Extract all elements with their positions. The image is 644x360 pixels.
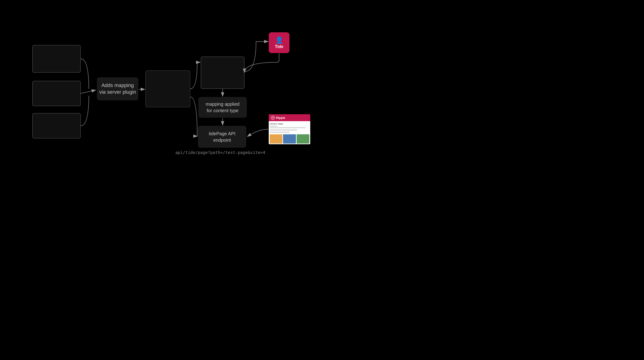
endpoint-label: tidePage APIendpoint [209,130,236,143]
right-top-box [201,57,244,89]
ripple-card: Ripple connect, shape Government [269,114,310,144]
plugin-label: Adds mappingvia server plugin [99,82,136,95]
ripple-thumb-1 [270,134,282,144]
ripple-line-1 [270,127,306,128]
input-box-3 [32,113,81,138]
ripple-icon [270,115,275,120]
ripple-text-title: connect, shape [270,123,309,125]
tide-label: Tide [275,44,284,49]
arrows-svg [0,0,644,360]
endpoint-box: tidePage APIendpoint [198,126,246,148]
ripple-line-2 [270,129,297,131]
diagram-container: Adds mappingvia server plugin mapping ap… [0,0,644,360]
ripple-label: Ripple [276,116,285,120]
middle-box [145,70,190,107]
tide-badge: 👤 Tide [269,32,290,53]
input-box-2 [32,81,81,106]
ripple-text-government: Government [270,125,309,127]
ripple-img-row [270,134,309,144]
ripple-thumb-3 [297,134,309,144]
ripple-card-body: connect, shape Government [269,121,310,144]
api-endpoint-text: api/tide/page?path=/test-page&site=4 [175,150,265,155]
plugin-box: Adds mappingvia server plugin [97,77,138,100]
input-box-1 [32,45,81,73]
mapping-box: mapping appliedfor content type [198,97,247,118]
mapping-label: mapping appliedfor content type [206,101,240,114]
ripple-line-3 [270,132,290,133]
tide-icon: 👤 [275,36,283,44]
ripple-card-header: Ripple [269,114,310,121]
ripple-thumb-2 [283,134,296,144]
